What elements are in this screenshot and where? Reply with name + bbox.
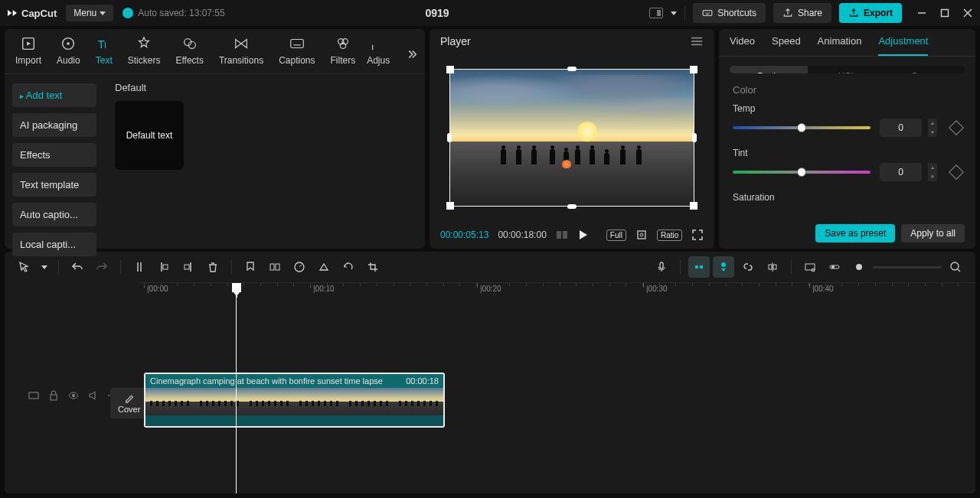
tint-value[interactable]: 0 xyxy=(880,163,922,181)
snap-tool[interactable] xyxy=(713,256,734,278)
tint-spin-up[interactable]: ▲ xyxy=(928,163,937,172)
svg-text:I: I xyxy=(104,41,106,50)
prop-tab-animation[interactable]: Animation xyxy=(818,35,862,56)
playhead-ruler[interactable] xyxy=(236,283,237,298)
sidemenu-local-captions[interactable]: Local capti... xyxy=(12,233,96,256)
shortcuts-button[interactable]: Shortcuts xyxy=(693,3,766,23)
tabs-more-button[interactable] xyxy=(402,44,422,64)
sub-tab-curves[interactable]: Curves xyxy=(887,66,965,73)
menu-button[interactable]: Menu xyxy=(66,5,113,21)
tab-audio[interactable]: Audio xyxy=(49,35,88,73)
prop-tab-speed[interactable]: Speed xyxy=(772,35,801,56)
resize-handle-l[interactable] xyxy=(447,133,452,142)
export-button[interactable]: Export xyxy=(839,3,902,23)
compare-icon[interactable] xyxy=(556,229,568,241)
share-button[interactable]: Share xyxy=(773,3,831,23)
expand-icon[interactable] xyxy=(28,389,40,402)
audio-icon xyxy=(60,35,77,52)
ratio-button[interactable]: Ratio xyxy=(657,229,682,241)
mic-tool[interactable] xyxy=(651,256,672,278)
temp-slider[interactable] xyxy=(733,126,871,129)
app-logo: CapCut xyxy=(6,7,57,19)
transitions-icon xyxy=(233,35,250,52)
video-clip[interactable]: Cinemagraph camping at beach with bonfir… xyxy=(144,373,445,428)
resize-handle-tr[interactable] xyxy=(690,66,697,73)
fullscreen-icon[interactable] xyxy=(691,229,704,241)
temp-value[interactable]: 0 xyxy=(880,119,922,137)
eye-icon[interactable] xyxy=(67,389,80,402)
timeline-ruler[interactable]: |00:00 |00:10 |00:20 |00:30 |00:40 xyxy=(140,282,975,298)
scale-icon[interactable] xyxy=(635,229,648,241)
video-preview[interactable] xyxy=(449,69,694,207)
prop-tab-adjustment[interactable]: Adjustment xyxy=(878,35,928,56)
tab-import[interactable]: Import xyxy=(8,35,49,73)
tab-captions[interactable]: Captions xyxy=(271,35,322,73)
time-total: 00:00:18:00 xyxy=(498,229,546,240)
apply-all-button[interactable]: Apply to all xyxy=(901,224,965,242)
svg-rect-40 xyxy=(700,265,703,269)
tab-adjust[interactable]: Adjus xyxy=(363,35,394,73)
window-close-button[interactable] xyxy=(962,7,974,19)
play-button[interactable] xyxy=(577,229,588,241)
resize-handle-bl[interactable] xyxy=(446,202,454,210)
adjust-icon xyxy=(370,35,387,52)
zoom-slider-thumb[interactable] xyxy=(848,256,870,278)
track-toggle[interactable] xyxy=(824,256,845,278)
sidemenu-add-text[interactable]: Add text xyxy=(12,83,96,107)
svg-rect-16 xyxy=(291,40,304,48)
link-tool[interactable] xyxy=(737,256,759,278)
player-menu-icon[interactable] xyxy=(690,36,704,47)
titlebar: CapCut Menu ✓ Auto saved: 13:07:55 0919 … xyxy=(0,0,980,26)
prop-tab-video[interactable]: Video xyxy=(730,35,755,56)
temp-spin-up[interactable]: ▲ xyxy=(928,119,937,128)
captions-icon xyxy=(289,35,305,52)
preview-tool[interactable] xyxy=(799,256,821,278)
tab-transitions[interactable]: Transitions xyxy=(211,35,271,73)
magnet-tool[interactable] xyxy=(688,256,710,278)
sidemenu-ai-packaging[interactable]: AI packaging xyxy=(12,113,96,137)
tab-stickers[interactable]: Stickers xyxy=(120,35,168,73)
tab-effects[interactable]: Effects xyxy=(168,35,211,73)
sidemenu-text-template[interactable]: Text template xyxy=(12,173,96,197)
default-text-card[interactable]: Default text xyxy=(115,101,184,170)
autosave-label: Auto saved: 13:07:55 xyxy=(138,8,224,18)
align-tool[interactable] xyxy=(762,256,783,278)
properties-tabs: Video Speed Animation Adjustment xyxy=(719,29,975,57)
temp-keyframe[interactable] xyxy=(949,120,964,135)
resize-handle-tl[interactable] xyxy=(446,66,454,73)
resize-handle-r[interactable] xyxy=(692,133,697,142)
tab-filters[interactable]: Filters xyxy=(323,35,364,73)
mute-icon[interactable] xyxy=(87,389,100,402)
sub-tab-hsl[interactable]: HSL xyxy=(808,66,886,73)
resize-handle-b[interactable] xyxy=(567,204,577,209)
save-preset-button[interactable]: Save as preset xyxy=(815,224,895,242)
sidemenu-auto-captions[interactable]: Auto captio... xyxy=(12,203,96,226)
tint-keyframe[interactable] xyxy=(949,164,964,180)
lock-icon[interactable] xyxy=(47,389,60,402)
layout-toggle-icon[interactable] xyxy=(649,8,663,18)
layout-dropdown-icon[interactable] xyxy=(671,11,677,15)
tint-slider-thumb[interactable] xyxy=(797,168,806,177)
temp-slider-thumb[interactable] xyxy=(797,123,806,132)
window-minimize-button[interactable] xyxy=(916,7,928,19)
svg-rect-53 xyxy=(51,395,57,400)
zoom-slider[interactable] xyxy=(873,266,942,269)
zoom-fit[interactable] xyxy=(945,256,966,278)
tint-label: Tint xyxy=(733,148,962,158)
full-button[interactable]: Full xyxy=(606,229,626,241)
sidemenu-effects[interactable]: Effects xyxy=(12,143,96,167)
sub-tab-basic[interactable]: Basic xyxy=(730,66,808,73)
tracks-content[interactable]: Cinemagraph camping at beach with bonfir… xyxy=(140,298,975,493)
tab-text[interactable]: TIText xyxy=(88,35,120,73)
window-maximize-button[interactable] xyxy=(939,7,951,19)
tint-spin-down[interactable]: ▼ xyxy=(928,172,937,181)
svg-line-51 xyxy=(958,269,960,272)
playhead-line[interactable] xyxy=(236,298,237,493)
svg-rect-25 xyxy=(557,231,561,239)
redo-button[interactable] xyxy=(91,256,113,278)
temp-spin-down[interactable]: ▼ xyxy=(928,128,937,137)
tint-slider[interactable] xyxy=(733,171,871,174)
resize-handle-br[interactable] xyxy=(690,202,697,210)
svg-point-3 xyxy=(710,11,710,12)
resize-handle-t[interactable] xyxy=(567,67,577,71)
